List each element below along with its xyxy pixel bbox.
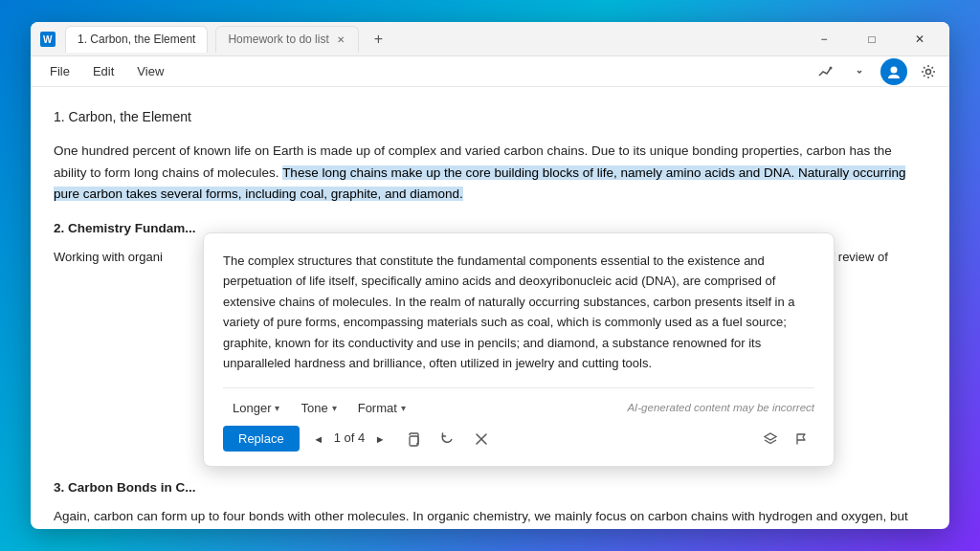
menu-bar-right xyxy=(812,58,942,85)
format-chevron-icon: ▾ xyxy=(401,403,406,413)
nav-next-button[interactable]: ► xyxy=(368,428,391,451)
tone-chevron-icon: ▾ xyxy=(332,403,337,413)
document-content: 1. Carbon, the Element One hundred perce… xyxy=(31,87,949,529)
menu-view[interactable]: View xyxy=(125,60,175,82)
tab-add-button[interactable]: + xyxy=(367,31,390,48)
flag-icon[interactable] xyxy=(788,426,814,452)
svg-point-3 xyxy=(891,66,898,73)
document-title: 1. Carbon, the Element xyxy=(54,106,926,127)
paragraph-3: Again, carbon can form up to four bonds … xyxy=(54,506,926,529)
app-icon: W xyxy=(38,30,57,49)
format-label: Format xyxy=(358,401,397,415)
longer-dropdown[interactable]: Longer ▾ xyxy=(223,397,289,419)
layers-icon[interactable] xyxy=(757,426,784,452)
nav-count-label: 1 of 4 xyxy=(334,429,366,449)
longer-chevron-icon: ▾ xyxy=(275,403,279,413)
replace-button[interactable]: Replace xyxy=(223,426,300,452)
settings-icon[interactable] xyxy=(915,58,942,85)
dismiss-button[interactable] xyxy=(468,426,495,452)
popup-right-icons xyxy=(757,426,814,452)
title-bar-right: − □ ✕ xyxy=(802,26,942,53)
svg-point-4 xyxy=(926,69,931,74)
ai-disclaimer-text: AI-generated content may be incorrect xyxy=(627,399,814,416)
format-dropdown[interactable]: Format ▾ xyxy=(348,397,415,419)
ai-rewrite-popup: The complex structures that constitute t… xyxy=(203,232,835,467)
draw-icon[interactable] xyxy=(812,58,838,85)
menu-file[interactable]: File xyxy=(38,60,81,82)
tab-active[interactable]: 1. Carbon, the Element xyxy=(65,26,208,53)
svg-point-2 xyxy=(830,66,833,69)
user-avatar[interactable] xyxy=(880,58,907,85)
popup-toolbar: Longer ▾ Tone ▾ Format ▾ AI-generated co… xyxy=(223,387,814,418)
popup-actions: Replace ◄ 1 of 4 ► xyxy=(223,426,814,452)
tone-label: Tone xyxy=(301,401,327,415)
tab-close-icon[interactable]: ✕ xyxy=(335,33,346,47)
longer-label: Longer xyxy=(233,401,271,415)
main-window: W 1. Carbon, the Element Homework to do … xyxy=(31,22,949,529)
popup-rewritten-text: The complex structures that constitute t… xyxy=(223,251,814,374)
menu-edit[interactable]: Edit xyxy=(81,60,125,82)
nav-controls: ◄ 1 of 4 ► xyxy=(307,428,392,451)
tab-inactive-label: Homework to do list xyxy=(228,33,328,46)
tone-dropdown[interactable]: Tone ▾ xyxy=(291,397,345,419)
title-bar: W 1. Carbon, the Element Homework to do … xyxy=(31,22,949,56)
section-3-heading: 3. Carbon Bonds in C... xyxy=(54,477,926,498)
nav-prev-button[interactable]: ◄ xyxy=(307,428,330,451)
maximize-button[interactable]: □ xyxy=(850,26,894,53)
copy-button[interactable] xyxy=(399,426,426,452)
chevron-small-icon[interactable] xyxy=(846,58,873,85)
close-button[interactable]: ✕ xyxy=(898,26,942,53)
minimize-button[interactable]: − xyxy=(802,26,846,53)
refresh-button[interactable] xyxy=(434,426,460,452)
tab-active-label: 1. Carbon, the Element xyxy=(78,33,195,46)
title-bar-left: W 1. Carbon, the Element Homework to do … xyxy=(38,26,390,53)
svg-text:W: W xyxy=(43,34,53,45)
paragraph-1: One hundred percent of known life on Ear… xyxy=(54,141,926,205)
tab-inactive[interactable]: Homework to do list ✕ xyxy=(215,26,358,53)
menu-bar: File Edit View xyxy=(31,56,949,87)
